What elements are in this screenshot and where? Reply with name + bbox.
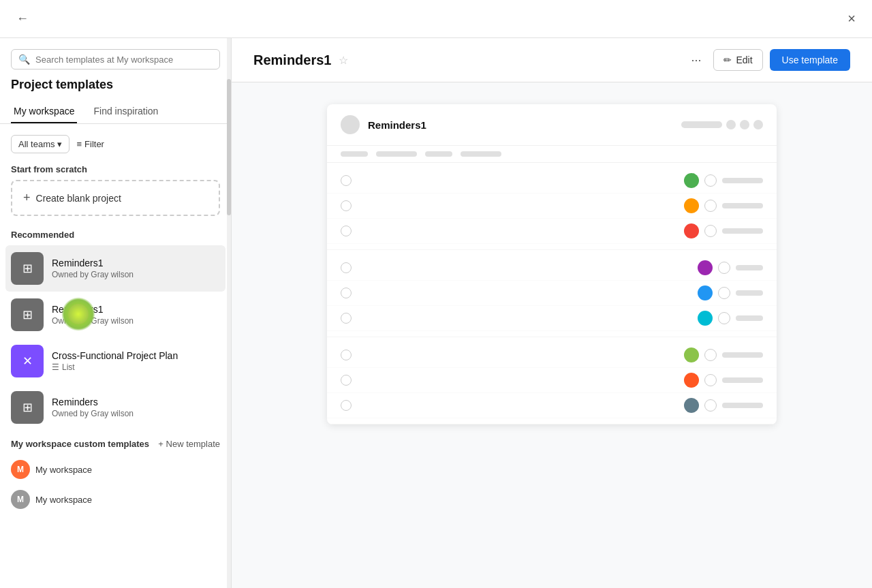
- template-icon-1: ⊞: [11, 252, 44, 285]
- star-icon[interactable]: ☆: [339, 54, 348, 67]
- task-bar-1-3: [722, 228, 763, 234]
- workspace-name-2: My workspace: [35, 495, 92, 505]
- task-bar-2-2: [736, 290, 763, 296]
- task-check-3-1: [341, 350, 352, 360]
- filter-icon: ≡: [76, 139, 82, 149]
- edit-button[interactable]: ✏ Edit: [713, 49, 762, 71]
- workspace-icon-text-1: M: [17, 465, 24, 474]
- preview-card: Reminders1: [327, 104, 777, 424]
- task-status-3-1: [704, 349, 717, 361]
- task-row-1-1: [327, 168, 777, 194]
- template-item-reminders1-1[interactable]: ⊞ Reminders1 Owned by Gray wilson: [5, 245, 225, 292]
- template-name-1: Reminders1: [52, 258, 134, 268]
- close-button[interactable]: ×: [842, 8, 861, 29]
- template-owner-1: Owned by Gray wilson: [52, 270, 134, 279]
- task-check-2-1: [341, 262, 352, 273]
- tab-find-inspiration[interactable]: Find inspiration: [91, 100, 161, 123]
- template-name-2: Reminders1: [52, 304, 134, 315]
- search-input[interactable]: [35, 55, 213, 65]
- task-avatar-1-3: [684, 223, 699, 238]
- task-bar-3-1: [722, 352, 763, 358]
- task-row-2-1: [327, 256, 777, 281]
- left-panel: 🔍 Project templates My workspace Find in…: [0, 38, 232, 588]
- task-group-1: [327, 163, 777, 250]
- filter-label: Filter: [84, 139, 104, 149]
- preview-area: Reminders1: [232, 82, 872, 588]
- task-group-2: [327, 250, 777, 337]
- plus-icon: +: [23, 191, 31, 205]
- my-workspace-item-1[interactable]: M My workspace: [5, 454, 225, 484]
- template-info-1: Reminders1 Owned by Gray wilson: [52, 258, 134, 279]
- task-bar-2-1: [736, 265, 763, 270]
- template-info-3: Cross-Functional Project Plan ☰ List: [52, 350, 178, 372]
- task-bar-2-3: [736, 315, 763, 321]
- task-group-3: [327, 337, 777, 424]
- task-bar-3-3: [722, 403, 763, 408]
- template-type-3: ☰ List: [52, 362, 178, 372]
- task-avatar-1-2: [684, 198, 699, 213]
- grid-icon-4: ⊞: [22, 400, 33, 415]
- template-owner-4: Owned by Gray wilson: [52, 409, 134, 418]
- right-header-left: Reminders1 ☆: [253, 52, 348, 68]
- workspace-icon-text-2: M: [17, 495, 24, 504]
- task-row-3-1: [327, 343, 777, 368]
- template-item-reminders1-2[interactable]: ⊞ Reminders1 Owned by Gray wilson: [5, 292, 225, 338]
- grid-icon-2: ⊞: [22, 307, 33, 322]
- top-bar-left: ←: [11, 9, 34, 29]
- right-header: Reminders1 ☆ ··· ✏ Edit Use template: [232, 38, 872, 82]
- create-blank-button[interactable]: + Create blank project: [11, 180, 220, 216]
- my-workspace-section-title: My workspace custom templates: [11, 439, 149, 449]
- task-avatar-3-1: [684, 347, 699, 362]
- task-avatar-2-2: [698, 285, 713, 300]
- template-owner-2: Owned by Gray wilson: [52, 316, 134, 326]
- task-row-3-2: [327, 368, 777, 393]
- task-avatar-2-3: [698, 311, 713, 326]
- teams-label: All teams: [18, 139, 54, 149]
- teams-dropdown[interactable]: All teams ▾: [11, 135, 69, 153]
- preview-tab-3: [425, 151, 452, 157]
- task-row-1-3: [327, 219, 777, 244]
- task-bar-1-1: [722, 178, 763, 183]
- template-title: Reminders1: [253, 52, 332, 68]
- task-check-3-3: [341, 400, 352, 411]
- task-bar-3-2: [722, 377, 763, 383]
- task-check-1-2: [341, 200, 352, 211]
- task-avatar-3-3: [684, 398, 699, 413]
- task-row-2-3: [327, 306, 777, 331]
- search-box: 🔍: [11, 49, 220, 69]
- task-check-2-2: [341, 288, 352, 298]
- template-item-cross-functional[interactable]: ✕ Cross-Functional Project Plan ☰ List: [5, 338, 225, 384]
- task-check-3-2: [341, 375, 352, 386]
- template-icon-3: ✕: [11, 345, 44, 377]
- preview-card-title: Reminders1: [368, 119, 426, 131]
- template-name-3: Cross-Functional Project Plan: [52, 350, 178, 361]
- placeholder-dot-2: [740, 120, 749, 129]
- task-check-1-1: [341, 175, 352, 186]
- tab-my-workspace[interactable]: My workspace: [11, 100, 77, 123]
- filter-row: All teams ▾ ≡ Filter: [5, 132, 225, 161]
- task-status-2-3: [718, 312, 730, 324]
- placeholder-pill-1: [681, 121, 722, 128]
- task-status-3-2: [704, 374, 717, 386]
- use-template-button[interactable]: Use template: [770, 49, 850, 71]
- preview-tabs-row: [327, 146, 777, 163]
- task-row-2-2: [327, 281, 777, 306]
- edit-label: Edit: [736, 55, 752, 65]
- task-status-1-1: [704, 174, 717, 187]
- task-avatar-1-1: [684, 173, 699, 188]
- scrollbar-track[interactable]: [227, 38, 231, 588]
- scrollbar-thumb[interactable]: [227, 79, 231, 215]
- placeholder-dot-1: [726, 120, 736, 129]
- recommended-label: Recommended: [5, 227, 225, 245]
- cross-icon: ✕: [22, 354, 33, 369]
- filter-button[interactable]: ≡ Filter: [76, 139, 104, 149]
- my-workspace-item-2[interactable]: M My workspace: [5, 484, 225, 514]
- right-panel: Reminders1 ☆ ··· ✏ Edit Use template Rem…: [232, 38, 872, 588]
- back-button[interactable]: ←: [11, 9, 34, 29]
- new-template-button[interactable]: + New template: [158, 439, 220, 449]
- template-item-reminders[interactable]: ⊞ Reminders Owned by Gray wilson: [5, 384, 225, 431]
- preview-avatar: [341, 115, 360, 134]
- more-options-button[interactable]: ···: [685, 50, 706, 70]
- main-container: 🔍 Project templates My workspace Find in…: [0, 38, 872, 588]
- task-row-1-2: [327, 194, 777, 219]
